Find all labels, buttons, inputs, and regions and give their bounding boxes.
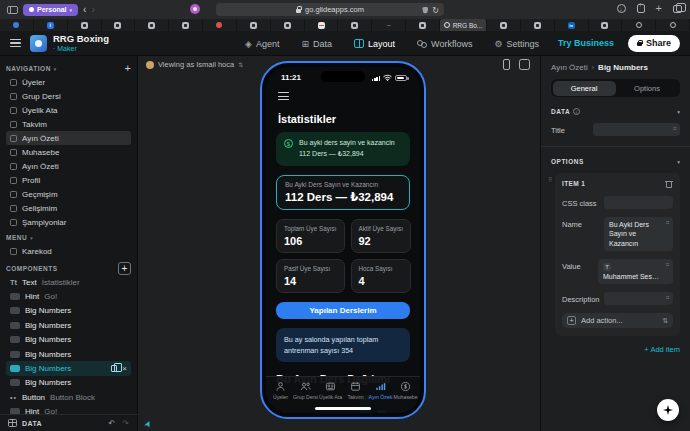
sidebar-item-gecmisim[interactable]: Geçmişim xyxy=(6,187,131,201)
browser-profile-button[interactable]: Personal ▾ xyxy=(23,4,78,16)
sidebar-item-ayin-ozeti-selected[interactable]: Ayın Özeti xyxy=(6,131,131,145)
browser-tab[interactable] xyxy=(135,19,169,31)
browser-tab[interactable]: – xyxy=(372,19,406,31)
browser-tab[interactable] xyxy=(102,19,136,31)
nav-layout[interactable]: Layout xyxy=(354,39,395,49)
browser-share-icon[interactable] xyxy=(637,4,645,13)
sidebar-item-profil[interactable]: Profil xyxy=(6,173,131,187)
tablet-device-icon[interactable] xyxy=(519,59,530,70)
nav-workflows[interactable]: Workflows xyxy=(417,39,472,49)
phone-tab-takvim[interactable]: Takvim xyxy=(343,381,368,404)
browser-tab[interactable] xyxy=(237,19,271,31)
hint-banner-green[interactable]: $ Bu ayki ders sayin ve kazancin112 Ders… xyxy=(276,132,410,166)
shield-icon[interactable] xyxy=(422,7,428,14)
try-business-button[interactable]: Try Business xyxy=(558,38,614,48)
browser-tab[interactable] xyxy=(305,19,339,31)
nav-agent[interactable]: ◈Agent xyxy=(245,39,279,49)
close-icon[interactable]: × xyxy=(122,364,127,373)
browser-tab[interactable]: i xyxy=(34,19,68,31)
component-row-hint[interactable]: HintGo! xyxy=(6,405,131,414)
description-input[interactable]: ⠛ xyxy=(604,292,673,305)
component-row-big-numbers[interactable]: Big Numbers xyxy=(6,318,131,332)
component-row-big-numbers-selected[interactable]: Big Numbers × xyxy=(6,361,131,375)
sidebar-item-karekod[interactable]: Karekod xyxy=(6,244,131,258)
bind-icon[interactable]: ⠛ xyxy=(666,295,670,303)
value-input[interactable]: TMuhammet Sessio...⠛ xyxy=(598,259,673,284)
phone-tab-grup-dersi[interactable]: Grup Dersi xyxy=(293,381,318,404)
stat-card[interactable]: Pasif Üye Sayısı14 xyxy=(276,259,345,293)
trash-icon[interactable] xyxy=(665,179,673,188)
sidebar-item-uyelik-ata[interactable]: Üyelik Ata xyxy=(6,103,131,117)
options-section-header[interactable]: OPTIONS ▾ xyxy=(551,158,680,165)
phone-menu-icon[interactable] xyxy=(278,92,289,100)
undo-icon[interactable]: ↶ xyxy=(109,419,116,428)
sidebar-item-uyeler[interactable]: Üyeler xyxy=(6,75,131,89)
browser-tab[interactable] xyxy=(406,19,440,31)
component-row-button[interactable]: ••ButtonButton Block xyxy=(6,390,131,404)
add-action-button[interactable]: + Add action... ⇅ xyxy=(562,313,673,328)
redo-icon[interactable]: ↷ xyxy=(122,419,129,428)
add-component-button[interactable]: + xyxy=(118,262,131,275)
menu-icon[interactable] xyxy=(10,39,21,47)
data-editor-bar[interactable]: DATA ↶ ↷ xyxy=(0,414,138,431)
browser-tab[interactable] xyxy=(0,19,34,31)
phone-tab-uyelik-ata[interactable]: Üyelik Ata xyxy=(318,381,343,404)
component-row-big-numbers[interactable]: Big Numbers xyxy=(6,304,131,318)
browser-extension-icon[interactable] xyxy=(190,4,200,14)
viewing-as-selector[interactable]: Viewing as Ismail hoca ⇅ xyxy=(146,60,243,69)
tab-options[interactable]: Options xyxy=(616,81,679,96)
component-row-text[interactable]: TtTextİstatistikler xyxy=(6,275,131,289)
sidebar-item-takvim[interactable]: Takvim xyxy=(6,117,131,131)
browser-tab[interactable] xyxy=(271,19,305,31)
tab-overview-icon[interactable] xyxy=(673,5,682,13)
browser-back-button[interactable]: ‹ xyxy=(83,5,86,15)
drag-handle-icon[interactable]: ⠿ xyxy=(548,176,552,183)
title-field-input[interactable]: ⠛ xyxy=(593,123,680,136)
reload-icon[interactable]: ↻ xyxy=(432,6,439,15)
component-row-big-numbers[interactable]: Big Numbers xyxy=(6,347,131,361)
phone-tab-uyeler[interactable]: Üyeler xyxy=(268,381,293,404)
sidebar-item-muhasebe[interactable]: Muhasebe xyxy=(6,145,131,159)
nav-settings[interactable]: ⚙Settings xyxy=(494,39,539,49)
breadcrumb-parent[interactable]: Ayın Özeti xyxy=(551,63,588,72)
component-row-big-numbers[interactable]: Big Numbers xyxy=(6,333,131,347)
tab-general[interactable]: General xyxy=(553,81,616,96)
app-logo[interactable] xyxy=(30,35,47,52)
downloads-icon[interactable]: ↓ xyxy=(617,4,626,13)
name-input[interactable]: Bu Ayki Ders Sayın ve Kazancın⠛ xyxy=(604,217,673,251)
bind-icon[interactable]: ⠛ xyxy=(666,220,670,228)
css-class-input[interactable] xyxy=(604,196,673,209)
component-row-hint[interactable]: HintGo! xyxy=(6,289,131,303)
phone-tab-muhasebe[interactable]: Muhasebe xyxy=(393,381,418,404)
browser-tab[interactable] xyxy=(521,19,555,31)
browser-tab[interactable]: in xyxy=(555,19,589,31)
component-row-big-numbers[interactable]: Big Numbers xyxy=(6,376,131,390)
browser-tab[interactable] xyxy=(589,19,623,31)
nav-data[interactable]: ⊞Data xyxy=(301,39,332,49)
navigation-section-header[interactable]: NAVIGATION ▾ + xyxy=(6,62,131,75)
browser-tab[interactable] xyxy=(68,19,102,31)
browser-tab[interactable] xyxy=(622,19,656,31)
browser-tab[interactable] xyxy=(169,19,203,31)
sidebar-item-gelisimim[interactable]: Gelişimim xyxy=(6,201,131,215)
stat-card[interactable]: Toplam Üye Sayısı106 xyxy=(276,219,345,253)
browser-tab[interactable] xyxy=(203,19,237,31)
browser-tab-active[interactable]: RRG Bo... xyxy=(440,19,487,31)
yapilan-derslerim-button[interactable]: Yapılan Derslerim xyxy=(276,302,410,319)
stat-card[interactable]: Aktif Üye Sayısı92 xyxy=(351,219,411,253)
sidebar-item-ayin-ozeti-2[interactable]: Ayın Özeti xyxy=(6,159,131,173)
add-navigation-button[interactable]: + xyxy=(125,63,131,74)
browser-tab[interactable] xyxy=(338,19,372,31)
browser-tab[interactable] xyxy=(656,19,690,31)
address-bar[interactable]: go.glideapps.com ↻ xyxy=(216,3,444,16)
bind-icon[interactable]: ⠛ xyxy=(673,126,677,134)
phone-tab-ayin-ozeti-active[interactable]: Ayın Özeti xyxy=(368,381,393,404)
share-button[interactable]: Share xyxy=(628,35,680,52)
browser-tab[interactable] xyxy=(487,19,521,31)
add-item-button[interactable]: + Add item xyxy=(551,345,680,354)
sidebar-item-grup-dersi[interactable]: Grup Dersi xyxy=(6,89,131,103)
phone-device-icon[interactable] xyxy=(503,59,510,70)
data-section-header[interactable]: DATA i ▾ xyxy=(551,108,680,115)
hint-banner-blue[interactable]: Bu ay salonda yapılan toplam antrenman s… xyxy=(276,328,410,362)
new-tab-icon[interactable]: + xyxy=(656,3,662,14)
